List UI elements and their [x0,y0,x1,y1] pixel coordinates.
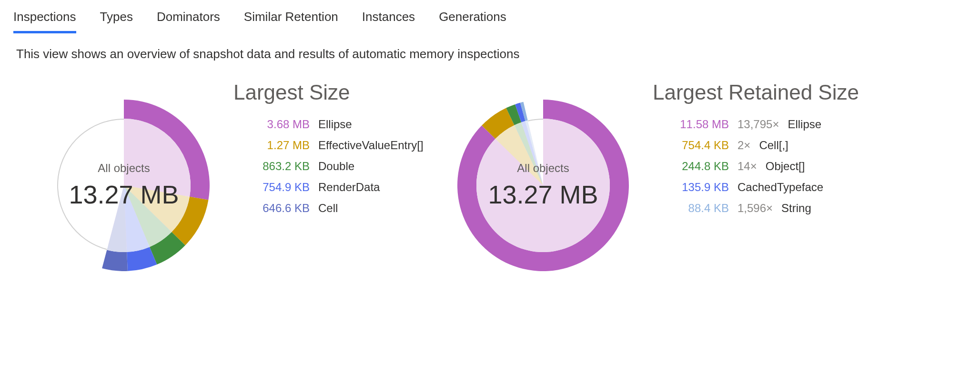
section-title: Largest Retained Size [653,81,859,104]
donut-chart [33,95,214,276]
chart-wrap: All objects13.27 MB [33,95,214,276]
legend-count: 13,795× [738,118,779,131]
legend-label: String [781,202,811,215]
chart-wrap: All objects13.27 MB [453,95,634,276]
tab-generations[interactable]: Generations [439,10,506,33]
tab-dominators[interactable]: Dominators [157,10,220,33]
legend-label: Ellipse [788,118,821,131]
legend-row[interactable]: 754.4 KB2×Cell[,] [672,139,859,152]
legend-row[interactable]: 863.2 KBDouble [253,160,424,173]
legend-label: Ellipse [318,118,352,131]
legend-size: 88.4 KB [672,202,729,215]
legend-row[interactable]: 88.4 KB1,596×String [672,202,859,215]
legend-row[interactable]: 3.68 MBEllipse [253,118,424,131]
panel: All objects13.27 MBLargest Size3.68 MBEl… [33,81,424,276]
legend-label: Double [318,160,354,173]
panels: All objects13.27 MBLargest Size3.68 MBEl… [0,61,980,276]
legend-count: 2× [738,139,750,152]
legend-size: 754.9 KB [253,181,310,194]
legend-list: 3.68 MBEllipse1.27 MBEffectiveValueEntry… [253,118,424,215]
legend-size: 135.9 KB [672,181,729,194]
legend-row[interactable]: 646.6 KBCell [253,202,424,215]
legend-label: EffectiveValueEntry[] [318,139,424,152]
donut-chart [453,95,634,276]
view-description: This view shows an overview of snapshot … [0,33,980,61]
legend-size: 754.4 KB [672,139,729,152]
legend-row[interactable]: 11.58 MB13,795×Ellipse [672,118,859,131]
legend-label: Cell[,] [759,139,788,152]
legend-row[interactable]: 1.27 MBEffectiveValueEntry[] [253,139,424,152]
legend-size: 863.2 KB [253,160,310,173]
legend-count: 1,596× [738,202,773,215]
legend-size: 244.8 KB [672,160,729,173]
legend-row[interactable]: 135.9 KBCachedTypeface [672,181,859,194]
legend-label: Object[] [766,160,805,173]
chart-side: Largest Size3.68 MBEllipse1.27 MBEffecti… [233,81,424,223]
legend-label: RenderData [318,181,380,194]
legend-size: 1.27 MB [253,139,310,152]
legend-row[interactable]: 754.9 KBRenderData [253,181,424,194]
section-title: Largest Size [233,81,424,104]
tab-types[interactable]: Types [100,10,133,33]
tab-similar-retention[interactable]: Similar Retention [244,10,338,33]
chart-side: Largest Retained Size11.58 MB13,795×Elli… [653,81,859,223]
tab-instances[interactable]: Instances [362,10,415,33]
panel: All objects13.27 MBLargest Retained Size… [453,81,859,276]
tab-inspections[interactable]: Inspections [13,10,76,33]
legend-size: 3.68 MB [253,118,310,131]
legend-label: CachedTypeface [738,181,823,194]
legend-size: 11.58 MB [672,118,729,131]
tab-bar: InspectionsTypesDominatorsSimilar Retent… [0,0,980,33]
legend-list: 11.58 MB13,795×Ellipse754.4 KB2×Cell[,]2… [672,118,859,215]
legend-row[interactable]: 244.8 KB14×Object[] [672,160,859,173]
legend-size: 646.6 KB [253,202,310,215]
legend-label: Cell [318,202,338,215]
slice-outer[interactable] [102,250,128,271]
legend-count: 14× [738,160,757,173]
